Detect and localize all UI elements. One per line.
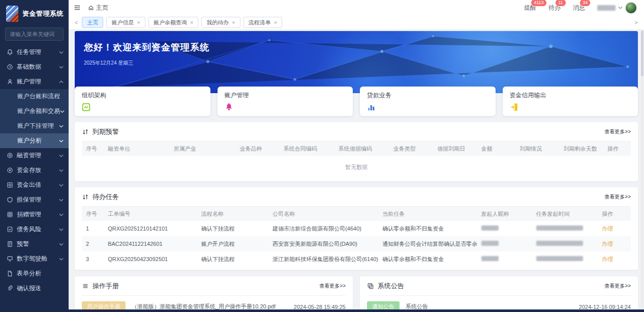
sidebar-item-confirm-report[interactable]: 确认报送 xyxy=(0,281,69,296)
menu-search-input[interactable] xyxy=(5,27,64,41)
sidebar-item-base-data[interactable]: 基础数据 xyxy=(0,60,69,74)
todo-more-link[interactable]: 查看更多>> xyxy=(604,193,631,201)
avatar[interactable] xyxy=(625,2,637,14)
tab-process-list[interactable]: 流程清单× xyxy=(243,17,282,28)
panel-title: 到期预警 xyxy=(93,127,119,136)
sidebar-item-account-linked[interactable]: 账户下挂管理 xyxy=(0,119,69,133)
table-row: 1 QRXG20251210142101 确认下挂流程 建德市洁新综合能源有限公… xyxy=(82,221,631,236)
handle-link[interactable]: 办理 xyxy=(602,225,613,232)
chevron-down-icon xyxy=(59,125,64,128)
sidebar-item-fund-lending[interactable]: 资金出借 xyxy=(0,178,69,192)
manual-panel: 操作手册 查看更多>> 用户操作手册 （浙能版）浙能集团资金管理系统_用户操作手… xyxy=(75,276,353,312)
initiator-redacted xyxy=(481,225,499,231)
doc-check-icon xyxy=(7,226,13,233)
todo-menu[interactable]: 待办 11 xyxy=(548,4,561,12)
sidebar-item-form-analysis[interactable]: 表单分析 xyxy=(0,266,69,281)
user-menu[interactable] xyxy=(597,2,637,14)
column-header: 公司名称 xyxy=(268,207,378,221)
sidebar-item-financing[interactable]: 融资管理 xyxy=(0,148,69,163)
start-time-redacted xyxy=(536,241,583,246)
expiry-warning-panel: 到期预警 查看更多>> 序号 融资单位 所属产业 业务品种 系统合同编码 系统借… xyxy=(75,122,638,181)
tab-account-info[interactable]: 账户信息× xyxy=(106,17,145,28)
todo-table: 序号 工单编号 流程名称 公司名称 当前任务 发起人昵称 任务发起时间 操作 1 xyxy=(82,207,631,267)
collapse-menu-icon[interactable] xyxy=(74,4,81,11)
quick-cards-row: 组织架构 账户管理 贷款业务 xyxy=(75,87,638,116)
bottom-panels-row: 操作手册 查看更多>> 用户操作手册 （浙能版）浙能集团资金管理系统_用户操作手… xyxy=(75,276,638,312)
sidebar-item-task-mgmt[interactable]: 任务管理 xyxy=(0,45,69,60)
column-header: 到期情况 xyxy=(515,141,559,156)
grid3-icon xyxy=(7,211,13,218)
sidebar-item-guarantee[interactable]: 担保管理 xyxy=(0,192,69,207)
vertical-scrollbar[interactable] xyxy=(641,31,643,309)
user-icon xyxy=(7,78,13,85)
column-header: 借据到期日 xyxy=(433,141,477,156)
sidebar-item-account-balance[interactable]: 账户余额和交易 xyxy=(0,104,69,119)
table-row: 3 QRXG20250423092501 确认下挂流程 浙江新能科技环保集团股份… xyxy=(82,251,631,267)
message-count-badge: 34 xyxy=(579,0,591,7)
manual-more-link[interactable]: 查看更多>> xyxy=(319,282,346,290)
sidebar-item-digital-cockpit[interactable]: 数字驾驶舱 xyxy=(0,251,69,266)
chevron-down-icon xyxy=(59,51,64,54)
card-account-mgmt[interactable]: 账户管理 xyxy=(218,87,353,116)
column-header: 序号 xyxy=(82,141,104,156)
column-header: 任务发起时间 xyxy=(532,207,598,221)
topbar: 主页 提醒 4113 待办 11 消息 34 xyxy=(69,0,644,15)
export-door-icon xyxy=(510,103,518,111)
tab-home[interactable]: 主页 xyxy=(82,17,103,28)
close-icon[interactable]: × xyxy=(190,20,193,25)
card-credit-output[interactable]: 资金信用输出 xyxy=(503,87,638,116)
empty-state: 暂无数据 xyxy=(82,156,631,178)
tab-account-balance-query[interactable]: 账户余额查询× xyxy=(148,17,198,28)
sidebar-item-warning[interactable]: 预警 xyxy=(0,237,69,251)
handle-link[interactable]: 办理 xyxy=(602,241,613,247)
sidebar-item-account-analysis[interactable]: 账户分析 xyxy=(0,133,69,148)
handle-link[interactable]: 办理 xyxy=(602,256,613,262)
initiator-redacted xyxy=(481,241,499,246)
column-header: 业务类型 xyxy=(389,141,433,156)
file-icon xyxy=(7,270,13,277)
reminder-menu[interactable]: 提醒 4113 xyxy=(524,4,536,12)
column-header: 系统借据编码 xyxy=(334,141,389,156)
chevron-down-icon xyxy=(59,139,64,143)
sort-icon xyxy=(82,193,89,201)
column-header: 到期剩余天数 xyxy=(560,141,603,156)
table-row: 2 BAC20241122142601 账户开户流程 西安富安美新能源有限公司(… xyxy=(82,236,631,251)
column-header: 发起人昵称 xyxy=(477,207,532,221)
bell-icon xyxy=(7,49,13,55)
copy-icon xyxy=(367,282,374,290)
shield-icon xyxy=(7,196,13,203)
card-org-structure[interactable]: 组织架构 xyxy=(75,87,210,116)
notice-more-link[interactable]: 查看更多>> xyxy=(604,282,631,290)
close-icon[interactable]: × xyxy=(232,20,235,25)
chevron-down-icon xyxy=(60,110,65,113)
sidebar-item-donation[interactable]: 捐赠管理 xyxy=(0,207,69,222)
tab-my-todo[interactable]: 我的待办× xyxy=(201,17,240,28)
chevron-down-icon xyxy=(618,6,623,9)
column-header: 业务品种 xyxy=(235,141,279,156)
column-header: 工单编号 xyxy=(104,207,197,221)
card-loan-business[interactable]: 贷款业务 xyxy=(360,87,496,116)
message-menu[interactable]: 消息 34 xyxy=(573,4,585,12)
sidebar-item-account-mgmt[interactable]: 账户管理 xyxy=(0,74,69,89)
close-icon[interactable]: × xyxy=(274,20,277,25)
tabs-scroll-right-icon[interactable]: > xyxy=(634,19,639,25)
sidebar-item-account-ledger[interactable]: 账户台账和流程 xyxy=(0,89,69,104)
breadcrumb[interactable]: 主页 xyxy=(88,4,108,12)
sidebar-item-debt-risk[interactable]: 债务风险 xyxy=(0,222,69,237)
doc-timestamp: 2024-05-28 15:49:25 xyxy=(294,304,346,310)
sidebar-item-fund-deposit[interactable]: 资金存放 xyxy=(0,163,69,178)
start-time-redacted xyxy=(536,225,583,231)
welcome-greeting: 您好！欢迎来到资金管理系统 xyxy=(84,41,209,53)
welcome-banner: 您好！欢迎来到资金管理系统 2025年12月24 星期三 xyxy=(75,31,638,93)
close-icon[interactable]: × xyxy=(137,20,140,25)
reminder-count-badge: 4113 xyxy=(531,0,546,7)
network-decoration xyxy=(75,31,638,93)
chevron-down-icon xyxy=(59,66,64,69)
expiry-more-link[interactable]: 查看更多>> xyxy=(604,128,631,135)
tabs-scroll-left-icon[interactable]: < xyxy=(74,19,79,25)
todo-count-badge: 11 xyxy=(555,0,566,7)
todo-tasks-panel: 待办任务 查看更多>> 序号 工单编号 流程名称 公司名称 当前任务 发起人昵称… xyxy=(75,187,638,270)
sidebar: 资金管理系统 任务管理 基础数据 账户管理 账户台账和 xyxy=(0,0,69,312)
sort-icon xyxy=(82,128,89,135)
app-root: 资金管理系统 任务管理 基础数据 账户管理 账户台账和 xyxy=(0,0,644,312)
